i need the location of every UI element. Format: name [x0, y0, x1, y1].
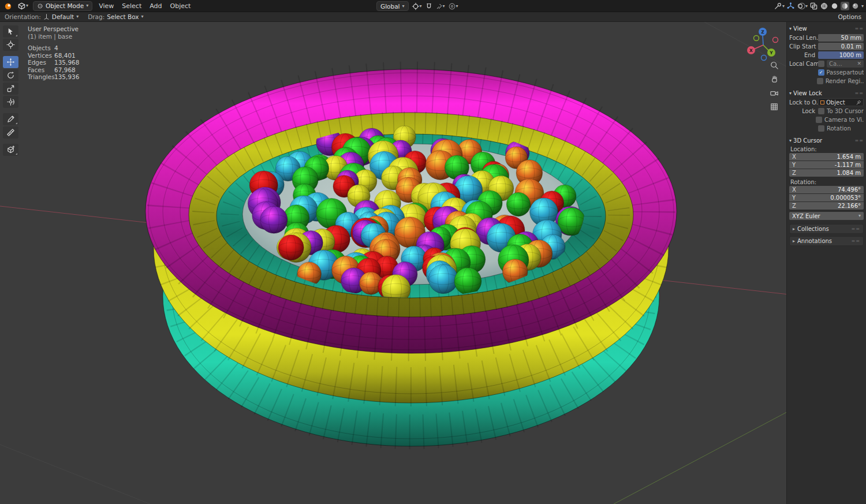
gizmo-x-negative[interactable]	[773, 38, 778, 43]
shading-rendered-icon[interactable]	[851, 2, 860, 10]
section-header-3d-cursor[interactable]: ▾ 3D Cursor ≡≡	[789, 136, 864, 145]
orientation-axis-icon	[43, 14, 50, 20]
cursor-rotation-y[interactable]: Y0.000053°	[789, 194, 864, 201]
menu-select[interactable]: Select	[120, 2, 143, 10]
panel-section-annotations[interactable]: ▸ Annotations ≡≡	[789, 236, 864, 246]
mode-dropdown[interactable]: Object Mode ▾	[33, 1, 92, 11]
shading-solid-icon[interactable]	[830, 2, 839, 10]
panel-drag-handle-icon[interactable]: ≡≡	[852, 226, 860, 232]
perspective-toggle-button[interactable]	[768, 101, 780, 113]
lock-rotation-checkbox[interactable]	[818, 125, 824, 132]
eyedropper-icon[interactable]	[856, 100, 861, 105]
clear-camera-icon[interactable]: ✕	[857, 60, 861, 68]
cursor-rotation-x[interactable]: X74.496°	[789, 186, 864, 193]
render-region-label: Render Regi...	[826, 78, 864, 84]
measure-tool[interactable]	[3, 126, 18, 139]
cursor-location-x[interactable]: X1.654 m	[789, 153, 864, 160]
gizmo-z-negative[interactable]	[762, 55, 767, 61]
viewport-nav-buttons	[768, 59, 780, 113]
local-camera-label: Local Cam...	[789, 61, 818, 67]
cursor-tool[interactable]	[3, 39, 18, 51]
options-button[interactable]: Options	[838, 13, 861, 20]
cursor-rotation-label: Rotation:	[790, 179, 864, 185]
svg-text:Z: Z	[761, 29, 764, 35]
selection-label: (1) item | base	[28, 33, 79, 40]
topbar: ▾ Object Mode ▾ View Select Add Object G…	[0, 0, 866, 12]
shading-dropdown-caret[interactable]: ▾	[861, 4, 864, 9]
panel-drag-handle-icon[interactable]: ≡≡	[855, 26, 864, 31]
add-cube-tool[interactable]	[3, 144, 18, 156]
move-tool[interactable]	[3, 56, 18, 68]
xray-toggle-icon[interactable]	[809, 2, 818, 10]
section-header-view[interactable]: ▾ View ≡≡	[789, 24, 864, 33]
camera-to-view-checkbox[interactable]	[816, 117, 822, 123]
orientation-select[interactable]: Default▾	[43, 13, 79, 20]
clip-end-field[interactable]: 1000 m	[818, 51, 864, 59]
annotate-tool[interactable]	[3, 113, 18, 125]
transform-tool[interactable]	[3, 96, 18, 108]
pivot-point-dropdown[interactable]: ▾	[412, 2, 422, 10]
view-perspective-label: User Perspective	[28, 25, 79, 33]
panel-section-view: ▾ View ≡≡ Focal Len... 50 mm Clip Start …	[789, 24, 864, 85]
cursor-location-y[interactable]: Y-1.117 m	[789, 161, 864, 169]
snap-magnet-icon[interactable]	[425, 2, 433, 10]
shading-material-icon[interactable]	[841, 2, 849, 10]
focal-length-label: Focal Len...	[789, 35, 818, 41]
active-tool-icon[interactable]: ▾	[774, 2, 785, 10]
passepartout-label: Passepartout	[827, 69, 864, 76]
drag-label: Drag:	[88, 13, 104, 20]
show-gizmo-icon[interactable]	[786, 2, 795, 10]
menu-view[interactable]: View	[97, 2, 115, 10]
sidebar-n-panel: ▾ View ≡≡ Focal Len... 50 mm Clip Start …	[786, 22, 866, 504]
tool-settings-bar: Orientation: Default▾ Drag: Select Box▾ …	[0, 12, 866, 22]
transform-orientation-dropdown[interactable]: Global ▾	[376, 1, 409, 11]
camera-view-button[interactable]	[768, 87, 780, 99]
object-data-icon	[820, 100, 824, 104]
scale-tool[interactable]	[3, 83, 18, 95]
pan-hand-button[interactable]	[768, 73, 780, 85]
lock-3d-cursor-label: To 3D Cursor	[827, 108, 864, 114]
panel-drag-handle-icon[interactable]: ≡≡	[852, 238, 860, 244]
panel-section-3d-cursor: ▾ 3D Cursor ≡≡ Location: X1.654 m Y-1.11…	[789, 136, 864, 220]
clip-end-label: End	[789, 52, 818, 58]
show-overlays-icon[interactable]: ▾	[797, 2, 808, 10]
drag-select[interactable]: Select Box▾	[107, 13, 143, 20]
panel-drag-handle-icon[interactable]: ≡≡	[855, 138, 864, 143]
panel-section-view-lock: ▾ View Lock ≡≡ Lock to O... Object Lock …	[789, 89, 864, 132]
cursor-location-z[interactable]: Z1.084 m	[789, 169, 864, 177]
lock-rotation-label: Rotation	[827, 125, 851, 132]
proportional-editing-icon[interactable]: ▾	[448, 2, 458, 10]
lock-label: Lock	[789, 108, 818, 114]
blender-logo-icon[interactable]	[3, 1, 13, 10]
cursor-rotation-z[interactable]: Z22.166°	[789, 202, 864, 210]
menu-add[interactable]: Add	[148, 2, 163, 10]
gizmo-y-negative[interactable]	[754, 36, 759, 41]
clip-start-label: Clip Start	[789, 43, 818, 50]
svg-text:X: X	[749, 48, 753, 53]
local-camera-checkbox[interactable]	[818, 61, 824, 67]
passepartout-checkbox[interactable]: ✓	[818, 69, 824, 76]
render-region-checkbox[interactable]	[817, 78, 823, 84]
lock-object-field[interactable]: Object	[818, 98, 864, 106]
rotate-tool[interactable]	[3, 69, 18, 81]
section-header-view-lock[interactable]: ▾ View Lock ≡≡	[789, 89, 864, 98]
zoom-button[interactable]	[768, 59, 780, 71]
select-box-tool[interactable]	[3, 25, 18, 38]
editor-type-button[interactable]: ▾	[17, 2, 28, 10]
lock-3d-cursor-checkbox[interactable]	[818, 108, 824, 114]
panel-drag-handle-icon[interactable]: ≡≡	[855, 91, 864, 96]
local-camera-field[interactable]: Ca... ✕	[827, 60, 864, 68]
mode-label: Object Mode	[46, 2, 84, 9]
shading-wireframe-icon[interactable]	[820, 2, 828, 10]
left-toolbar	[3, 25, 18, 156]
focal-length-field[interactable]: 50 mm	[818, 34, 864, 42]
snap-settings-dropdown[interactable]: ▾	[436, 3, 445, 10]
blender-window: ▾ Object Mode ▾ View Select Add Object G…	[0, 0, 866, 504]
rotation-mode-dropdown[interactable]: XYZ Euler▾	[789, 212, 864, 220]
viewport-3d[interactable]	[0, 0, 866, 504]
clip-start-field[interactable]: 0.01 m	[818, 43, 864, 50]
navigation-gizmo[interactable]: Z X Y	[742, 23, 784, 64]
cursor-location-fields: X1.654 m Y-1.117 m Z1.084 m	[789, 153, 864, 177]
panel-section-collections[interactable]: ▸ Collections ≡≡	[789, 224, 864, 234]
menu-object[interactable]: Object	[169, 2, 193, 10]
